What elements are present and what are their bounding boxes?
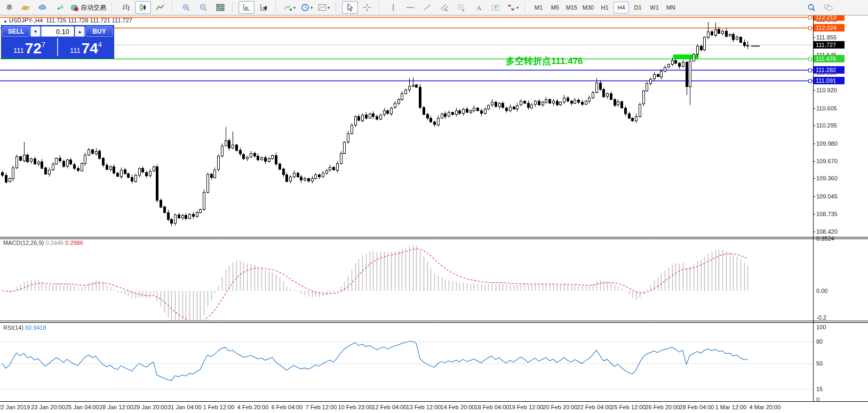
equidistant-channel-button[interactable]: E [436, 1, 452, 14]
volume-decrease-button[interactable]: ▼ [30, 26, 41, 37]
line-chart-button[interactable] [152, 1, 168, 14]
rsi-tick-label: 80 [816, 338, 823, 345]
trendline-button[interactable] [419, 1, 435, 14]
tile-windows-button[interactable] [212, 1, 228, 14]
indicators-button[interactable]: ▾ [282, 1, 298, 14]
macd-label: MACD(12,26,9) 0.2445 0.2986 [3, 240, 83, 246]
trendline-icon [423, 3, 432, 12]
volume-input[interactable]: 0.10 [41, 26, 74, 37]
buy-price[interactable]: 111744 [58, 37, 114, 57]
price-tick-label: 108.420 [816, 228, 838, 235]
autotrade-icon [70, 3, 79, 12]
price-level-label: 112.024 [814, 24, 845, 31]
rsi-tick-label: 100 [816, 324, 826, 330]
chevron-down-icon: ▾ [516, 5, 519, 10]
bars-icon [122, 3, 130, 12]
macd-tick-label: 0.00 [816, 288, 827, 294]
timeframe-m30-button[interactable]: M30 [580, 2, 596, 13]
cursor-icon [346, 3, 354, 12]
cursor-button[interactable] [342, 1, 358, 14]
toolbar-separator [524, 2, 528, 13]
sell-button[interactable]: SELL [2, 26, 30, 37]
search-button[interactable] [803, 1, 819, 14]
timeframe-m1-button[interactable]: M1 [531, 2, 546, 13]
auto-trading-button[interactable]: 自动交易 [69, 1, 108, 14]
zoom-out-button[interactable] [195, 1, 211, 14]
text-button[interactable]: A [471, 1, 487, 14]
labelT-icon: T [491, 3, 500, 12]
metals-button[interactable] [18, 1, 34, 14]
toolbar-separator [172, 2, 176, 13]
arrows-icon [507, 3, 515, 12]
one-click-trading-panel: SELL ▼ 0.10 ▲ BUY 111727 111744 [1, 25, 114, 59]
market-watch-button[interactable] [35, 1, 51, 14]
shift-icon [259, 3, 268, 12]
macd-value-signal: 0.2986 [65, 240, 83, 246]
auto-scroll-button[interactable] [238, 1, 254, 14]
fibo-icon: F [457, 3, 466, 12]
buy-button[interactable]: BUY [85, 26, 113, 37]
price-tick-label: 111.855 [816, 34, 837, 41]
price-tick-label: 110.920 [816, 87, 837, 93]
toolbar-separator [379, 2, 383, 13]
auto-trading-label: 自动交易 [81, 3, 106, 12]
timeframe-h1-button[interactable]: H1 [597, 2, 612, 13]
timeframe-m5-button[interactable]: M5 [547, 2, 563, 13]
templates-button[interactable]: ▾ [316, 1, 332, 14]
price-tick-label: 108.735 [816, 211, 838, 217]
toolbar-separator [112, 2, 115, 13]
buy-price-big: 74 [82, 41, 98, 56]
new-order-button[interactable]: 单 [1, 1, 17, 14]
price-tick-label: 110.605 [816, 105, 837, 112]
toolbar-separator [232, 2, 236, 13]
rsi-tick-label: 15 [816, 386, 823, 392]
chart-ohlc: 111.725 111.728 111.721 111.727 [46, 17, 132, 23]
clock-icon [301, 3, 309, 12]
price-level-label: 111.476 [814, 55, 845, 62]
tile-icon [216, 3, 225, 12]
new-order-label: 单 [6, 3, 13, 12]
chart-canvas[interactable] [0, 0, 868, 413]
signals-button[interactable] [52, 1, 68, 14]
zoom-in-button[interactable] [178, 1, 194, 14]
chat-button[interactable] [821, 1, 837, 14]
bar-chart-button[interactable] [118, 1, 134, 14]
crosshair-button[interactable] [359, 1, 375, 14]
chart-symbol: USDJPY-,H4 [9, 17, 43, 23]
price-tick-label: 110.295 [816, 122, 837, 129]
candlestick-chart-button[interactable] [135, 1, 151, 14]
arrows-button[interactable]: ▾ [505, 1, 521, 14]
svg-text:E: E [445, 9, 448, 12]
channel-icon: E [440, 3, 449, 12]
search-icon [807, 3, 816, 12]
signal-icon [55, 3, 64, 12]
volume-increase-button[interactable]: ▲ [75, 26, 85, 37]
sell-price-sup: 7 [42, 41, 45, 56]
sell-price[interactable]: 111727 [2, 37, 57, 57]
chart-title: ▲USDJPY-,H4 111.725 111.728 111.721 111.… [3, 17, 132, 23]
timeframe-mn-button[interactable]: MN [663, 2, 679, 13]
gold-icon [21, 3, 30, 12]
horizontal-line-button[interactable] [402, 1, 418, 14]
price-level-label: 111.282 [814, 66, 845, 74]
vertical-line-button[interactable] [385, 1, 401, 14]
chart-shift-button[interactable] [256, 1, 272, 14]
price-tick-label: 109.670 [816, 158, 838, 164]
crosshair-icon [363, 3, 371, 12]
template-icon [318, 3, 327, 12]
text-label-button[interactable]: T [488, 1, 504, 14]
timeframe-h4-button[interactable]: H4 [614, 2, 629, 13]
price-level-label: 111.727 [814, 41, 845, 49]
linechart-icon [156, 3, 164, 12]
svg-text:F: F [463, 9, 465, 12]
timeframe-m15-button[interactable]: M15 [564, 2, 579, 13]
fibonacci-button[interactable]: F [453, 1, 469, 14]
periods-button[interactable]: ▾ [299, 1, 315, 14]
chat-icon [824, 3, 833, 12]
rsi-value: 60.9418 [25, 324, 46, 331]
indicators-icon [284, 3, 292, 12]
timeframe-w1-button[interactable]: W1 [647, 2, 662, 13]
macd-name: MACD(12,26,9) [3, 240, 44, 246]
chevron-down-icon: ▾ [328, 5, 330, 10]
timeframe-d1-button[interactable]: D1 [630, 2, 646, 13]
